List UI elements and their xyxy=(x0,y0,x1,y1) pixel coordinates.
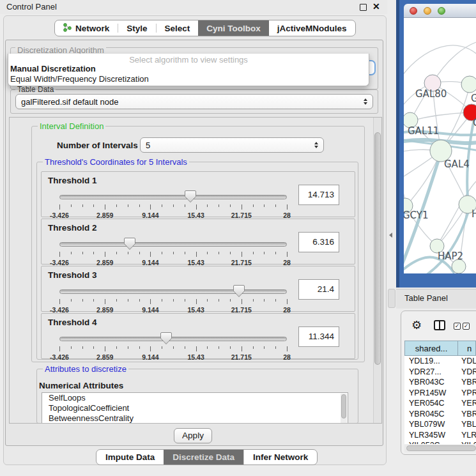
splitter-handle[interactable] xyxy=(388,289,395,308)
threshold-value-field[interactable]: 21.4 xyxy=(298,279,339,300)
slider-tick xyxy=(93,346,94,349)
table-row[interactable]: YLR345WYLR3 xyxy=(404,430,476,441)
cell-name[interactable]: YBR0 xyxy=(458,410,476,418)
threshold-value-field[interactable]: 14.713 xyxy=(298,185,339,205)
cell-name[interactable]: YDR2 xyxy=(458,367,476,376)
numerical-attributes-list[interactable]: SelfLoopsTopologicalCoefficientBetweenne… xyxy=(42,392,348,424)
table-row[interactable]: YIL052CYIL0 xyxy=(404,440,476,444)
tab-select[interactable]: Select xyxy=(157,20,199,36)
cell-name[interactable]: YBR0 xyxy=(458,378,476,387)
zoom-traffic-light-icon[interactable] xyxy=(438,7,445,15)
table-row[interactable]: YDL19...YDL1 xyxy=(404,356,476,367)
tab-network[interactable]: Network xyxy=(55,20,118,36)
network-canvas[interactable]: GAL80G.CGAL11GAL4GCY1HHAP2 xyxy=(404,18,476,273)
tab-impute-data[interactable]: Impute Data xyxy=(96,450,164,464)
slider-tick xyxy=(150,346,151,351)
cell-shared-name[interactable]: YDR27... xyxy=(404,367,458,376)
threshold-value-field[interactable]: 11.344 xyxy=(298,326,339,347)
checkbox-icon[interactable]: ✓ xyxy=(454,323,461,330)
cell-shared-name[interactable]: YBR043C xyxy=(404,378,458,387)
cell-shared-name[interactable]: YPR145W xyxy=(404,388,458,397)
slider-track[interactable] xyxy=(59,195,287,199)
slider-tick xyxy=(139,252,140,254)
slider-tick xyxy=(128,252,128,254)
slider-tick xyxy=(230,346,231,349)
network-node-label: GAL80 xyxy=(415,88,447,100)
tab-style[interactable]: Style xyxy=(118,20,155,36)
slider-tick xyxy=(116,204,117,207)
network-window-titlebar[interactable] xyxy=(404,4,476,18)
tab-jactivemnodules[interactable]: jActiveMNodules xyxy=(269,20,355,36)
network-node-g[interactable] xyxy=(461,76,476,93)
float-window-icon[interactable] xyxy=(360,4,367,11)
slider-tick xyxy=(287,204,288,210)
thresholds-title: Threshold's Coordinates for 5 Intervals xyxy=(43,157,189,167)
checkbox-icon[interactable]: ✓ xyxy=(463,323,470,330)
algorithm-option[interactable]: Equal Width/Frequency Discretization xyxy=(8,74,369,84)
slider-thumb[interactable] xyxy=(160,332,173,345)
cell-shared-name[interactable]: YBL079W xyxy=(404,420,458,429)
cell-shared-name[interactable]: YLR345W xyxy=(404,431,458,440)
column-header-name[interactable]: n xyxy=(458,341,476,356)
combo-spinner-icon xyxy=(312,142,321,148)
slider-tick-label: 21.715 xyxy=(231,353,252,361)
network-node-label: GAL11 xyxy=(408,125,439,137)
attribute-item[interactable]: TopologicalCoefficient xyxy=(42,403,348,413)
slider-thumb[interactable] xyxy=(184,190,197,203)
slider-tick xyxy=(219,346,219,349)
cell-name[interactable]: YIL0 xyxy=(458,441,476,444)
number-of-intervals-value: 5 xyxy=(141,141,312,150)
attribute-item[interactable]: SelfLoops xyxy=(42,393,348,403)
cell-name[interactable]: YER0 xyxy=(458,399,476,408)
cell-shared-name[interactable]: YDL19... xyxy=(404,357,458,365)
slider-thumb[interactable] xyxy=(123,237,136,250)
slider-tick xyxy=(242,252,242,257)
cell-name[interactable]: YLR3 xyxy=(458,431,476,440)
cell-shared-name[interactable]: YER054C xyxy=(404,399,458,408)
slider-tick xyxy=(93,299,94,302)
slider-tick xyxy=(150,299,151,304)
table-rows: YDL19...YDL1YDR27...YDR2YBR043CYBR0YPR14… xyxy=(404,356,476,444)
table-row[interactable]: YDR27...YDR2 xyxy=(404,367,476,378)
tab-cyni-toolbox[interactable]: Cyni Toolbox xyxy=(198,20,269,36)
slider-track[interactable] xyxy=(59,242,287,247)
number-of-intervals-label: Number of Intervals xyxy=(57,141,138,150)
slider-tick xyxy=(128,346,128,349)
apply-button[interactable]: Apply xyxy=(174,428,212,443)
splitter-collapse-icon[interactable] xyxy=(389,233,392,238)
threshold-row: Threshold 1-3.4262.8599.14415.4321.71528… xyxy=(41,171,355,217)
attribute-item[interactable]: BetweennessCentrality xyxy=(42,413,348,424)
number-of-intervals-combobox[interactable]: 5 xyxy=(140,137,324,153)
cell-shared-name[interactable]: YBR045C xyxy=(404,410,458,418)
minimize-traffic-light-icon[interactable] xyxy=(424,7,431,15)
slider-track[interactable] xyxy=(59,289,287,294)
cell-name[interactable]: YDL1 xyxy=(458,357,476,365)
slider-thumb[interactable] xyxy=(233,284,245,298)
split-columns-icon[interactable] xyxy=(434,320,445,330)
slider-tick xyxy=(139,204,140,207)
cell-name[interactable]: YPR1 xyxy=(458,388,476,397)
table-scrollbar-thumb[interactable] xyxy=(406,445,476,451)
close-icon[interactable]: ✕ xyxy=(372,1,380,12)
close-traffic-light-icon[interactable] xyxy=(410,7,417,15)
tab-discretize-data[interactable]: Discretize Data xyxy=(164,450,243,464)
tab-infer-network[interactable]: Infer Network xyxy=(244,450,317,464)
settings-scrollbar-thumb[interactable] xyxy=(374,132,381,365)
algorithm-option[interactable]: Manual Discretization xyxy=(8,64,369,74)
table-row[interactable]: YPR145WYPR1 xyxy=(404,388,476,399)
table-row[interactable]: YBR045CYBR0 xyxy=(404,409,476,420)
table-row[interactable]: YER054CYER0 xyxy=(404,398,476,409)
scrollbar-thumb[interactable] xyxy=(341,394,346,418)
slider-track[interactable] xyxy=(59,337,287,341)
table-data-combobox[interactable]: galFiltered.sif default node xyxy=(15,94,373,109)
table-row[interactable]: YBR043CYBR0 xyxy=(404,377,476,388)
cell-name[interactable]: YBL0 xyxy=(458,420,476,429)
attributes-scrollbar[interactable] xyxy=(341,394,347,424)
column-header-shared-name[interactable]: shared... xyxy=(404,341,458,356)
cell-shared-name[interactable]: YIL052C xyxy=(404,441,458,444)
threshold-value-field[interactable]: 6.316 xyxy=(298,232,339,252)
threshold-label: Threshold 2 xyxy=(48,223,97,233)
table-row[interactable]: YBL079WYBL0 xyxy=(404,419,476,430)
slider-tick xyxy=(59,299,60,304)
gear-icon[interactable]: ⚙ xyxy=(411,318,422,332)
